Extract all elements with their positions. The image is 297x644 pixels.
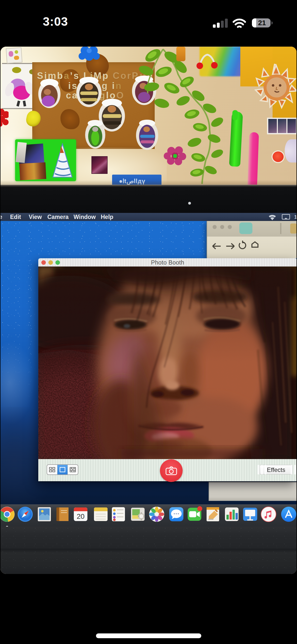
svg-text:1: 1 bbox=[294, 214, 296, 220]
svg-text:21: 21 bbox=[258, 19, 266, 27]
svg-text:20: 20 bbox=[77, 512, 84, 520]
